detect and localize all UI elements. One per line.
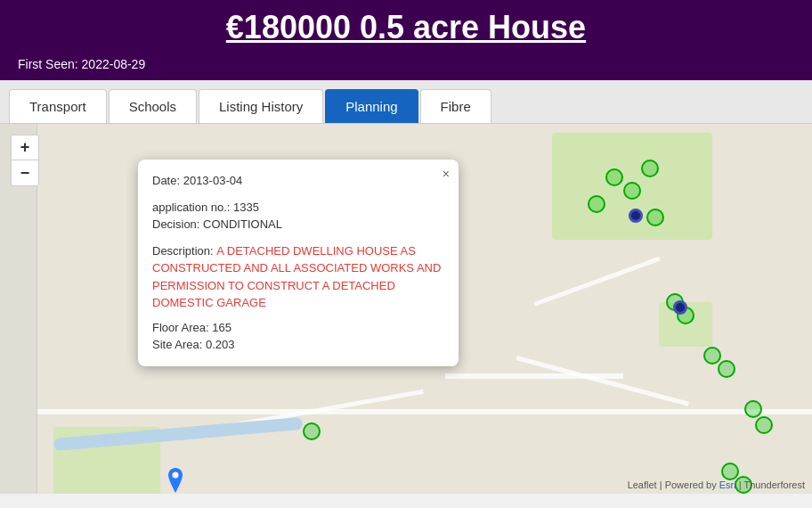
esri-link[interactable]: Esri — [719, 479, 736, 490]
tab-schools[interactable]: Schools — [109, 89, 197, 123]
planning-marker-selected[interactable] — [629, 209, 643, 223]
planning-marker[interactable] — [641, 160, 659, 177]
planning-marker[interactable] — [744, 400, 762, 418]
first-seen-label: First Seen: 2022-08-29 — [0, 53, 812, 80]
popup-floor-area: Floor Area: 165 — [152, 319, 444, 337]
map-container: + − × Date: 2013-03-04 application no.: … — [0, 124, 812, 494]
zoom-in-button[interactable]: + — [12, 135, 38, 160]
zoom-controls: + − — [11, 135, 39, 186]
popup-decision: Decision: CONDITIONAL — [152, 216, 444, 234]
tab-fibre[interactable]: Fibre — [420, 89, 491, 123]
road — [37, 409, 812, 414]
planning-marker[interactable] — [718, 360, 735, 378]
header: €180000 0.5 acre House — [0, 0, 812, 53]
location-pin[interactable] — [165, 468, 186, 494]
popup-close-button[interactable]: × — [443, 167, 450, 181]
page-title: €180000 0.5 acre House — [0, 9, 812, 46]
popup-app-no: application no.: 1335 — [152, 199, 444, 217]
tab-listing-history[interactable]: Listing History — [199, 89, 323, 123]
planning-popup: × Date: 2013-03-04 application no.: 1335… — [138, 160, 459, 366]
tab-planning[interactable]: Planning — [325, 89, 418, 123]
popup-site-area: Site Area: 0.203 — [152, 336, 444, 354]
popup-description-prefix: Description: — [152, 244, 216, 258]
thunderforest-attribution: Thunderforest — [744, 479, 805, 490]
planning-marker-selected[interactable] — [673, 300, 687, 315]
planning-marker[interactable] — [623, 182, 641, 200]
zoom-out-button[interactable]: − — [12, 160, 38, 185]
planning-marker[interactable] — [588, 195, 605, 213]
tab-bar: Transport Schools Listing History Planni… — [0, 80, 812, 124]
tab-transport[interactable]: Transport — [9, 89, 107, 123]
popup-date: Date: 2013-03-04 — [152, 172, 444, 190]
svg-point-0 — [173, 472, 179, 479]
popup-description: Description: A DETACHED DWELLING HOUSE A… — [152, 242, 444, 312]
planning-marker[interactable] — [703, 347, 721, 365]
attribution-sep1: | Powered by — [660, 479, 719, 490]
map-attribution: Leaflet | Powered by Esri | Thunderfores… — [628, 479, 805, 490]
planning-marker[interactable] — [605, 168, 623, 186]
planning-marker[interactable] — [303, 422, 321, 440]
planning-marker[interactable] — [755, 416, 773, 434]
planning-marker[interactable] — [646, 209, 664, 226]
leaflet-attribution: Leaflet — [628, 479, 657, 490]
